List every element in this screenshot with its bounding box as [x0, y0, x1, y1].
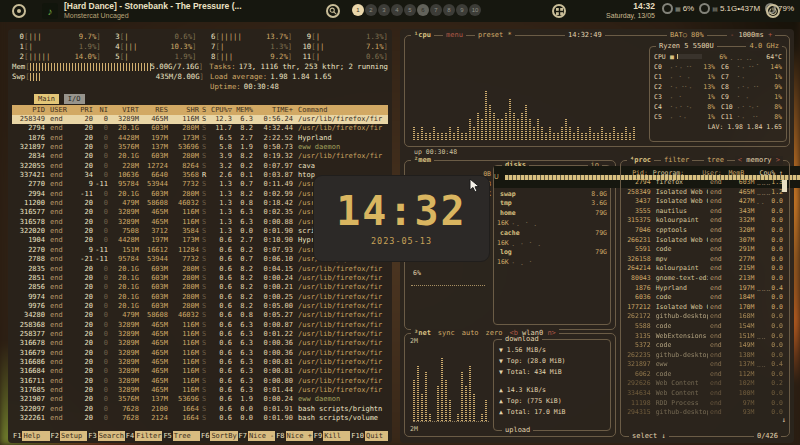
bar-clock[interactable]: 14:32 Saturday, 13/05	[575, 2, 655, 20]
process-row[interactable]: 321897 end 20 0 3576M 137M 53696 S 5.8 1…	[12, 143, 388, 152]
net-zero-toggle[interactable]: zero	[486, 329, 503, 338]
menu-button[interactable]: menu	[443, 31, 466, 40]
function-key[interactable]: F1Help	[12, 431, 50, 441]
clock-widget[interactable]: 14:32 2023-05-13	[313, 175, 490, 262]
process-row[interactable]: 316686 end 20 0 3289M 465M 116M S 0.6 6.…	[12, 358, 388, 367]
function-key[interactable]: F7Nice -	[238, 431, 276, 441]
proc-row[interactable]: 7046 cpptools end 320M 0.0	[621, 226, 789, 236]
process-row[interactable]: 2835 end 20 0 20.1G 603M 280M S 0.6 8.2 …	[12, 265, 388, 274]
workspace-button[interactable]: 8	[443, 4, 455, 16]
proc-row[interactable]: 177212 Isolated Web C end 170M 0.0	[621, 303, 789, 313]
htop-tab[interactable]: Main	[34, 94, 59, 104]
workspace-button[interactable]: 4	[391, 4, 403, 16]
function-key[interactable]: F5Tree	[162, 431, 200, 441]
proc-scrollbar[interactable]	[782, 180, 787, 192]
htop-tab[interactable]: I/O	[64, 94, 85, 104]
process-row[interactable]: 316711 end 20 0 3289M 465M 116M S 0.6 6.…	[12, 377, 388, 386]
proc-row[interactable]: 11198 RDD Process end 97M 0.0	[621, 399, 789, 409]
function-key[interactable]: F3Search	[87, 431, 125, 441]
proc-row[interactable]: 258349 Isolated Web C end 465M ⣀⣀⣀⣀ 1.2	[621, 188, 789, 198]
function-key[interactable]: F9Kill	[313, 431, 351, 441]
proc-row[interactable]: 5588 code end 154M 0.0	[621, 322, 789, 332]
proc-sort-selector[interactable]: < memory >	[735, 156, 783, 165]
album-art[interactable]: ♪	[42, 3, 58, 19]
process-row[interactable]: 2856 end 20 0 20.1G 603M 280M S 0.6 8.2 …	[12, 283, 388, 292]
process-row[interactable]: 316678 end 20 0 3289M 465M 116M S 0.6 6.…	[12, 339, 388, 348]
proc-row[interactable]: 326158 mpv end 277M 0.0	[621, 255, 789, 265]
proc-row[interactable]: 1876 Hyprland end 197M ⣀⣀⣀ 0.4	[621, 284, 789, 294]
function-key[interactable]: F10Quit	[350, 431, 388, 441]
preset-button[interactable]: preset *	[475, 31, 515, 40]
proc-footer-select[interactable]: select ↓	[629, 432, 669, 441]
battery-status: BAT○ 80%	[667, 31, 707, 40]
function-key[interactable]: F8Nice +	[275, 431, 313, 441]
mem-box-title[interactable]: ²mem	[411, 156, 434, 165]
workspace-button[interactable]: 10	[469, 4, 481, 16]
proc-tree-toggle[interactable]: tree	[704, 156, 727, 165]
proc-row[interactable]: 5591 code end 291M 0.0	[621, 245, 789, 255]
net-sync-toggle[interactable]: sync	[438, 329, 455, 338]
workspace-button[interactable]: 1	[352, 4, 364, 16]
proc-filter-button[interactable]: filter	[661, 156, 692, 165]
proc-row[interactable]: 262172 github-desktop end 168M 0.0	[621, 312, 789, 322]
memory-gauge[interactable]: ▤ 5.1G•437M	[699, 3, 760, 14]
proc-row[interactable]: 266231 Isolated Web C end 307M 0.0	[621, 236, 789, 246]
now-playing[interactable]: [Hard Dance] - Stonebank - The Pressure …	[64, 2, 242, 20]
process-row[interactable]: 34280 end 20 0 479M 58608 46032 S 0.6 0.…	[12, 311, 388, 320]
process-row[interactable]: 321907 end 20 0 3576M 137M 53696 S 0.6 1…	[12, 395, 388, 404]
workspace-button[interactable]: 7	[430, 4, 442, 16]
proc-row[interactable]: 294315 github-desktop end 93M 0.0	[621, 408, 789, 418]
process-row[interactable]: 1876 end 20 0 4428M 197M 173M S 6.5 2.7 …	[12, 134, 388, 143]
proc-row[interactable]: 321897 eww end 137M ⣀⣀ 0.4	[621, 360, 789, 370]
process-row[interactable]: 258349 end 20 0 3289M 465M 116M S 12.3 6…	[12, 115, 388, 124]
proc-row[interactable]: 334634 Web Content end 100M 0.0	[621, 389, 789, 399]
process-row[interactable]: 317685 end 20 0 3289M 465M 116M S 0.6 6.…	[12, 386, 388, 395]
proc-row[interactable]: 315375 kolourpaint end 332M 0.0	[621, 216, 789, 226]
process-row[interactable]: 258377 end 20 0 3289M 465M 116M S 0.6 6.…	[12, 330, 388, 339]
cpu-box-title[interactable]: ¹cpu	[411, 31, 434, 40]
proc-row[interactable]: 80043 gnome-text-edi end 213M 0.0	[621, 274, 789, 284]
function-key[interactable]: F2Setup	[50, 431, 88, 441]
function-key[interactable]: F6SortBy	[200, 431, 238, 441]
proc-row[interactable]: 6036 code end 184M 0.0	[621, 293, 789, 303]
net-auto-toggle[interactable]: auto	[462, 329, 479, 338]
search-button[interactable]	[326, 4, 340, 18]
interval-plus-button[interactable]: +	[768, 31, 772, 39]
proc-row[interactable]: 3437 Isolated Web C end 427M ⡀⡀ 0.0	[621, 197, 789, 207]
launcher-icon[interactable]	[12, 4, 26, 18]
workspace-button[interactable]: 9	[456, 4, 468, 16]
workspace-button[interactable]: 5	[404, 4, 416, 16]
process-row[interactable]: 2794 end 20 0 20.1G 603M 280M S 11.7 8.2…	[12, 124, 388, 133]
process-row[interactable]: 2851 end 20 0 20.1G 603M 280M S 0.6 8.2 …	[12, 274, 388, 283]
process-row[interactable]: 322261 end 20 0 7628 2124 1664 S 0.6 0.0…	[12, 414, 388, 423]
process-row[interactable]: 316679 end 20 0 3289M 465M 116M S 0.6 6.…	[12, 349, 388, 358]
proc-row[interactable]: 5372 code end 149M 0.0	[621, 341, 789, 351]
process-row[interactable]: 258368 end 20 0 3289M 465M 116M S 0.6 6.…	[12, 321, 388, 330]
function-key[interactable]: F4Filter	[125, 431, 163, 441]
workspace-button[interactable]: 2	[365, 4, 377, 16]
proc-row[interactable]: 3135 WebExtensions end 151M ⣀⣀ 0.0	[621, 332, 789, 342]
process-row[interactable]: 9974 end 20 0 20.1G 603M 280M S 0.6 8.2 …	[12, 293, 388, 302]
proc-row[interactable]: 262235 github-desktop end 138M 0.0	[621, 351, 789, 361]
proc-row[interactable]: 2794 firefox end 603M ⣀⣀⣀⣀⣀ 1.3	[621, 178, 789, 188]
download-top: ▼ Top: (28.0 MiB)	[499, 356, 606, 367]
proc-row[interactable]: 292626 Web Content end 102M 0.2	[621, 379, 789, 389]
proc-row[interactable]: 3555 nautilus end 343M 0.0	[621, 207, 789, 217]
process-row[interactable]: 9976 end 20 0 20.1G 603M 280M S 0.6 8.2 …	[12, 302, 388, 311]
workspace-button[interactable]: 6	[417, 4, 429, 16]
power-button[interactable]	[766, 4, 780, 18]
apps-button[interactable]	[552, 4, 566, 18]
workspace-button[interactable]: 3	[378, 4, 390, 16]
proc-scroll-arrow[interactable]: ↓	[782, 416, 786, 424]
process-table-header[interactable]: PID USER PRI NI VIRT RES SHR S CPU%▽ MEM…	[12, 105, 388, 115]
cpu-gauge[interactable]: ▦ 6%	[662, 3, 694, 14]
proc-box-title[interactable]: ⁴proc	[627, 156, 654, 165]
process-row[interactable]: 322055 end 20 0 228M 12724 8264 S 3.2 0.…	[12, 162, 388, 171]
process-row[interactable]: 2834 end 20 0 20.1G 603M 280M S 3.9 8.2 …	[12, 152, 388, 161]
process-row[interactable]: 322097 end 20 0 7628 2100 1664 S 0.6 0.0…	[12, 405, 388, 414]
process-row[interactable]: 316684 end 20 0 3289M 465M 116M S 0.6 6.…	[12, 367, 388, 376]
proc-row[interactable]: 264214 kolourpaint end 215M 0.0	[621, 264, 789, 274]
interval-minus-button[interactable]: -	[730, 31, 734, 39]
proc-row[interactable]: 6062 code end 112M 0.0	[621, 370, 789, 380]
proc-table-header[interactable]: Pid: Program: User: MemB Cpu% ↑	[621, 168, 789, 178]
